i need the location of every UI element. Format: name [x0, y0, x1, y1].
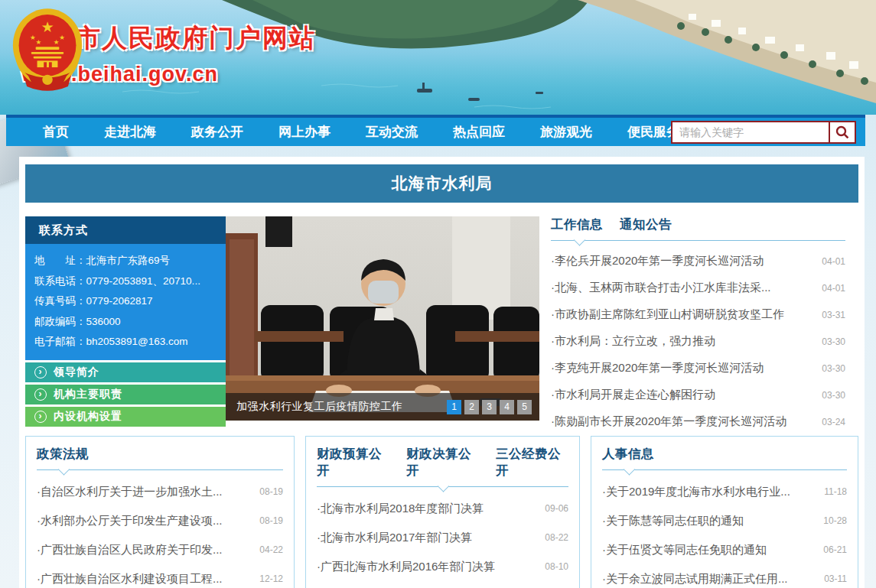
list-item[interactable]: ·北海市水利局2018年度部门决算09-06: [317, 494, 568, 523]
news-item-title: ·李伦兵开展2020年第一季度河长巡河活动: [551, 254, 764, 268]
policy-panel: 政策法规 ·自治区水利厅关于进一步加强水土...08-19 ·水利部办公厅关于印…: [25, 436, 295, 588]
carousel-page-3[interactable]: 3: [482, 400, 497, 414]
item-title: ·广西壮族自治区水利建设项目工程...: [37, 572, 223, 586]
item-date: 08-22: [545, 532, 568, 543]
tab-policy[interactable]: 政策法规: [37, 446, 89, 463]
news-item[interactable]: ·市水利局：立行立改，强力推动03-30: [551, 328, 845, 355]
list-item[interactable]: ·关于伍贤文等同志任免职的通知06-21: [602, 535, 847, 564]
search-button[interactable]: [829, 122, 855, 142]
carousel-page-2[interactable]: 2: [464, 400, 479, 414]
page-title-bar: 北海市水利局: [25, 164, 858, 203]
list-item[interactable]: ·广西北海市水利局2016年部门决算08-10: [317, 552, 568, 581]
list-item[interactable]: ·水利部办公厅关于印发生产建设项...08-19: [37, 506, 283, 535]
list-item[interactable]: ·关于余立波同志试用期满正式任用...03-11: [602, 564, 847, 588]
carousel-caption[interactable]: 加强水利行业复工后疫情防控工作: [236, 400, 403, 414]
item-date: 04-22: [259, 544, 283, 555]
carousel-page-4[interactable]: 4: [500, 400, 514, 414]
carousel-page-5[interactable]: 5: [517, 400, 532, 414]
news-item[interactable]: ·市水利局开展走企连心解困行动03-30: [551, 382, 845, 408]
list-item[interactable]: ·广西壮族自治区人民政府关于印发...04-22: [37, 535, 283, 564]
news-tabs: 工作信息 通知公告: [551, 216, 845, 240]
circle-arrow-icon: ›: [34, 411, 47, 423]
news-item-title: ·陈勋副市长开展2020年第一季度河长巡河活动: [551, 414, 786, 429]
contact-panel-header: 联系方式: [25, 216, 226, 244]
news-item-date: 03-30: [822, 336, 845, 347]
nav-item-hot-responses[interactable]: 热点回应: [453, 123, 505, 141]
search-input[interactable]: [672, 122, 829, 142]
photo-carousel[interactable]: 加强水利行业复工后疫情防控工作 1 2 3 4 5: [226, 216, 539, 421]
content-area: 北海市水利局 联系方式 地 址：北海市广东路69号 联系电话：0779-2053…: [19, 157, 865, 588]
item-title: ·广西北海市水利局2016年部门决算: [317, 560, 495, 574]
item-date: 06-21: [823, 544, 847, 555]
tab-notices[interactable]: 通知公告: [620, 216, 672, 233]
tab-underline: [37, 469, 283, 477]
item-date: 09-06: [545, 503, 568, 514]
item-title: ·关于陈慧等同志任职的通知: [602, 514, 744, 528]
contact-panel: 联系方式 地 址：北海市广东路69号 联系电话：0779-2053891、207…: [25, 216, 226, 427]
item-title: ·广西壮族自治区人民政府关于印发...: [37, 543, 223, 557]
news-item[interactable]: ·北海、玉林两市联合打击小江水库非法采...04-01: [551, 275, 845, 301]
item-title: ·水利部办公厅关于印发生产建设项...: [37, 514, 223, 528]
tab-work-info[interactable]: 工作信息: [551, 216, 603, 233]
nav-item-tourism[interactable]: 旅游观光: [540, 123, 592, 141]
tab-final-accounts[interactable]: 财政决算公开: [406, 446, 479, 479]
list-item[interactable]: ·自治区水利厅关于进一步加强水土...08-19: [37, 477, 283, 506]
item-date: 08-19: [259, 515, 283, 526]
news-item-date: 04-01: [822, 256, 845, 267]
news-item[interactable]: ·陈勋副市长开展2020年第一季度河长巡河活动03-24: [551, 408, 845, 435]
list-item[interactable]: ·广西壮族自治区水利建设项目工程...12-12: [37, 564, 283, 588]
nav-item-about-beihai[interactable]: 走进北海: [104, 123, 156, 141]
news-item-date: 03-31: [822, 310, 845, 320]
svg-text:★: ★: [36, 38, 42, 46]
item-date: 08-10: [545, 561, 568, 572]
main-nav: 首页 走进北海 政务公开 网上办事 互动交流 热点回应 旅游观光 便民服务: [6, 115, 865, 146]
carousel-page-1[interactable]: 1: [447, 400, 461, 414]
svg-text:★: ★: [59, 34, 65, 41]
carousel-caption-bar: 加强水利行业复工后疫情防控工作 1 2 3 4 5: [226, 393, 539, 421]
main-row: 联系方式 地 址：北海市广东路69号 联系电话：0779-2053891、207…: [25, 216, 858, 423]
nav-item-online-services[interactable]: 网上办事: [278, 123, 331, 141]
list-item[interactable]: ·关于2019年度北海市水利水电行业...11-18: [602, 477, 847, 506]
nav-item-home[interactable]: 首页: [43, 123, 69, 141]
list-item[interactable]: ·关于陈慧等同志任职的通知10-28: [602, 506, 847, 535]
site-brand: ★ ★ ★ ★ ★ 北海市人民政府门户网站 www.beihai.gov.cn: [11, 5, 316, 86]
quick-link-label: 机构主要职责: [54, 388, 122, 401]
circle-arrow-icon: ›: [34, 366, 47, 378]
item-title: ·自治区水利厅关于进一步加强水土...: [37, 485, 223, 499]
quick-link-label: 领导简介: [54, 365, 99, 379]
news-item[interactable]: ·李伦兵开展2020年第一季度河长巡河活动04-01: [551, 248, 845, 275]
news-item[interactable]: ·市政协副主席陈红到亚山村调研脱贫攻坚工作03-31: [551, 301, 845, 328]
item-date: 10-28: [823, 515, 847, 526]
nav-item-gov-affairs[interactable]: 政务公开: [191, 123, 243, 141]
item-date: 12-12: [259, 573, 283, 584]
tab-hr-info[interactable]: 人事信息: [602, 446, 654, 463]
news-item-title: ·北海、玉林两市联合打击小江水库非法采...: [551, 281, 771, 295]
tab-three-public-expenses[interactable]: 三公经费公开: [496, 446, 568, 479]
svg-text:★: ★: [54, 38, 60, 46]
nav-item-interaction[interactable]: 互动交流: [366, 123, 418, 141]
tab-budget-disclosure[interactable]: 财政预算公开: [317, 446, 389, 479]
link-org-duties[interactable]: › 机构主要职责: [25, 385, 226, 404]
svg-text:★: ★: [41, 19, 54, 35]
finance-list: ·北海市水利局2018年度部门决算09-06 ·北海市水利局2017年部门决算0…: [317, 494, 568, 588]
quick-link-label: 内设机构设置: [54, 410, 122, 424]
search-box: [671, 121, 856, 144]
news-item[interactable]: ·李克纯开展2020年第一季度河长巡河活动03-30: [551, 355, 845, 382]
link-leader-profile[interactable]: › 领导简介: [25, 362, 226, 382]
list-item[interactable]: ·北海市水利局2015年度部门决算公开09-14: [317, 581, 568, 588]
list-item[interactable]: ·北海市水利局2017年部门决算08-22: [317, 523, 568, 552]
link-internal-structure[interactable]: › 内设机构设置: [25, 407, 226, 427]
item-title: ·北海市水利局2018年度部门决算: [317, 502, 484, 516]
national-emblem-logo: ★ ★ ★ ★ ★: [11, 5, 84, 95]
item-date: 03-11: [824, 573, 847, 584]
contact-postcode: 邮政编码：536000: [34, 312, 217, 333]
finance-panel: 财政预算公开 财政决算公开 三公经费公开 ·北海市水利局2018年度部门决算09…: [305, 436, 580, 588]
tab-underline: [551, 240, 845, 248]
item-date: 08-19: [259, 486, 283, 497]
contact-address: 地 址：北海市广东路69号: [34, 251, 217, 271]
news-item-date: 03-30: [822, 390, 845, 401]
contact-email: 电子邮箱：bh2053891@163.com: [34, 332, 217, 352]
site-banner: ★ ★ ★ ★ ★ 北海市人民政府门户网站 www.beihai.gov.cn: [0, 0, 876, 115]
news-panel: 工作信息 通知公告 ·李伦兵开展2020年第一季度河长巡河活动04-01 ·北海…: [551, 216, 845, 435]
page-title: 北海市水利局: [392, 174, 493, 192]
